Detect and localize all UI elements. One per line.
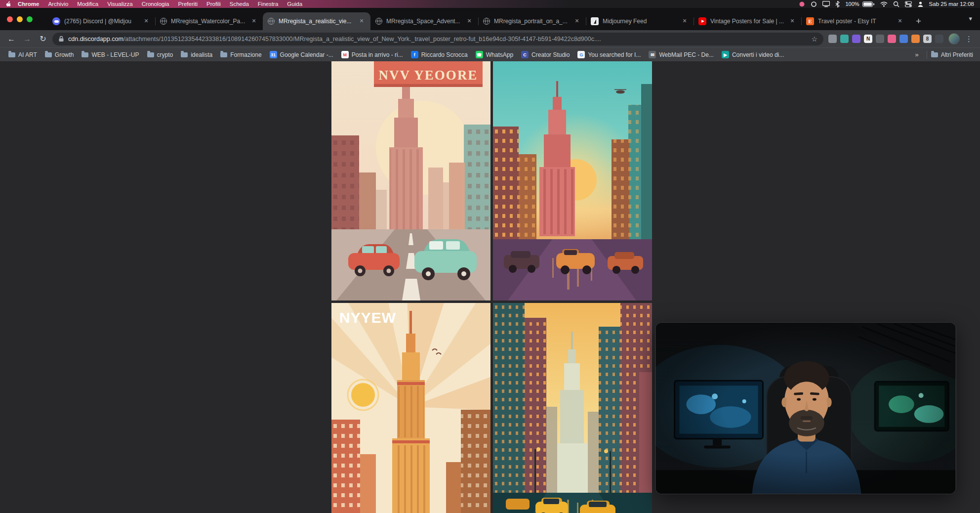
site-favicon: ▶ xyxy=(722,51,729,58)
menu-guida[interactable]: Guida xyxy=(283,1,307,7)
bookmark-creator-studio[interactable]: CCreator Studio xyxy=(518,49,573,60)
bookmarks-overflow-button[interactable]: » xyxy=(911,51,922,58)
tab-search-button[interactable]: ▾ xyxy=(969,15,972,22)
folder-icon xyxy=(8,52,15,57)
site-favicon: M xyxy=(341,51,349,58)
tab-3[interactable]: MRregista_a_realistic_vie...× xyxy=(263,12,370,30)
menu-finestra[interactable]: Finestra xyxy=(253,1,283,7)
tab-8[interactable]: ETravel poster - Etsy IT× xyxy=(801,12,909,30)
tab-close-icon[interactable]: × xyxy=(358,17,366,25)
bookmark-label: crypto xyxy=(157,51,173,58)
discord-favicon xyxy=(52,17,60,25)
menu-preferiti[interactable]: Preferiti xyxy=(173,1,202,7)
bookmark-converti-i-video-di[interactable]: ▶Converti i video di... xyxy=(718,49,787,60)
tab-close-icon[interactable]: × xyxy=(573,17,581,25)
extension-icon-3[interactable] xyxy=(852,35,860,43)
bookmark-webmail-pec-de[interactable]: ✉WebMail PEC - De... xyxy=(645,49,717,60)
bookmark-formazione[interactable]: Formazione xyxy=(217,49,265,60)
bookmark-crypto[interactable]: crypto xyxy=(144,49,177,60)
bookmark-label: WhatsApp xyxy=(486,51,513,58)
extension-icon-10[interactable] xyxy=(935,35,943,43)
site-favicon: ☎ xyxy=(476,51,483,58)
tab-close-icon[interactable]: × xyxy=(465,17,473,25)
menu-scheda[interactable]: Scheda xyxy=(225,1,253,7)
extensions-area: N8 xyxy=(826,35,945,43)
tab-list: (2765) Discord | @Midjou×MRregista_Water… xyxy=(47,12,909,30)
extension-icon-7[interactable] xyxy=(899,35,908,43)
bookmark-label: Converti i video di... xyxy=(732,51,784,58)
bookmark-google-calendar[interactable]: 31Google Calendar -... xyxy=(266,49,337,60)
notion-extension-icon[interactable]: N xyxy=(864,35,872,43)
tab-close-icon[interactable]: × xyxy=(681,17,689,25)
folder-icon xyxy=(220,52,227,57)
extension-icon-6[interactable] xyxy=(888,35,896,43)
bookmark-whatsapp[interactable]: ☎WhatsApp xyxy=(472,49,517,60)
folder-icon xyxy=(82,52,88,57)
profile-avatar[interactable] xyxy=(948,33,960,44)
menu-cronologia[interactable]: Cronologia xyxy=(137,1,174,7)
menu-modifica[interactable]: Modifica xyxy=(73,1,103,7)
tab-close-icon[interactable]: × xyxy=(142,17,150,25)
menu-chrome[interactable]: Chrome xyxy=(13,1,43,7)
bookmark-riccardo-scrocca[interactable]: fRiccardo Scrocca xyxy=(408,49,471,60)
menubar-status: 100% xyxy=(799,1,923,7)
minimize-window-button[interactable] xyxy=(17,16,23,22)
menu-archivio[interactable]: Archivio xyxy=(43,1,73,7)
tab-close-icon[interactable]: × xyxy=(250,17,258,25)
menu-profili[interactable]: Profili xyxy=(202,1,225,7)
other-bookmarks-folder[interactable]: Altri Preferiti xyxy=(931,51,975,58)
tab-close-icon[interactable]: × xyxy=(896,17,904,25)
site-favicon: ✉ xyxy=(649,51,656,58)
play-glyph xyxy=(701,20,704,23)
extension-icon-9[interactable]: 8 xyxy=(923,35,932,43)
battery-percent-label: 100% xyxy=(845,1,859,7)
extension-icon-8[interactable] xyxy=(911,35,920,43)
tab-2[interactable]: MRregista_Watercolor_Pa...× xyxy=(155,12,263,30)
bookmark-posta-in-arrivo-ri[interactable]: MPosta in arrivo - ri... xyxy=(338,49,407,60)
webcam-video xyxy=(655,323,956,494)
folder-icon xyxy=(45,52,52,57)
tab-7[interactable]: Vintage Posters for Sale | ...× xyxy=(694,12,801,30)
record-icon[interactable] xyxy=(799,1,805,7)
battery-icon[interactable] xyxy=(862,1,875,7)
back-button[interactable]: ← xyxy=(5,33,18,45)
bookmark-star-icon[interactable]: ☆ xyxy=(811,35,817,43)
bookmark-ai-art[interactable]: AI ART xyxy=(5,49,41,60)
url-text: cdn.discordapp.com/attachments/101351233… xyxy=(68,36,807,43)
globe-favicon xyxy=(268,18,275,25)
user-switcher-icon[interactable] xyxy=(917,1,924,7)
extension-icon-5[interactable] xyxy=(876,35,884,43)
bookmark-web-level-up[interactable]: WEB - LEVEL-UP xyxy=(78,49,142,60)
browser-menu-button[interactable]: ⋮ xyxy=(963,35,975,43)
extension-icon-1[interactable] xyxy=(828,35,837,43)
bookmark-you-searched-for-i[interactable]: GYou searched for I... xyxy=(574,49,644,60)
youtube-favicon xyxy=(698,17,706,25)
poster-3-title: NYYEW xyxy=(339,309,396,326)
site-favicon: C xyxy=(521,51,529,58)
tab-5[interactable]: MRregista_portrait_on_a_...× xyxy=(478,12,586,30)
new-tab-button[interactable]: + xyxy=(909,12,928,30)
menu-visualizza[interactable]: Visualizza xyxy=(103,1,137,7)
tab-4[interactable]: MRregista_Space_Advent...× xyxy=(370,12,478,30)
bookmark-idealista[interactable]: idealista xyxy=(177,49,216,60)
stream-icon[interactable] xyxy=(811,1,817,7)
bookmark-growth[interactable]: Growth xyxy=(41,49,78,60)
apple-menu-icon[interactable] xyxy=(6,1,11,7)
close-window-button[interactable] xyxy=(7,16,13,22)
tab-close-icon[interactable]: × xyxy=(788,17,796,25)
control-center-icon[interactable] xyxy=(905,1,912,7)
address-bar[interactable]: cdn.discordapp.com/attachments/101351233… xyxy=(52,33,823,45)
tab-1[interactable]: (2765) Discord | @Midjou× xyxy=(47,12,155,30)
midjourney-image-grid[interactable]: NVV YEOORE xyxy=(331,61,652,513)
etsy-favicon: E xyxy=(806,17,814,25)
forward-button[interactable]: → xyxy=(21,33,34,45)
wifi-icon[interactable] xyxy=(880,1,888,7)
fullscreen-window-button[interactable] xyxy=(27,16,33,22)
bluetooth-icon[interactable] xyxy=(835,1,840,7)
tab-6[interactable]: Midjourney Feed× xyxy=(586,12,694,30)
spotlight-icon[interactable] xyxy=(893,1,899,7)
menubar-clock[interactable]: Sab 25 mar 12:08 xyxy=(929,1,974,7)
extension-icon-2[interactable] xyxy=(840,35,849,43)
screen-mirroring-icon[interactable] xyxy=(822,1,830,7)
reload-button[interactable]: ↻ xyxy=(37,33,49,45)
